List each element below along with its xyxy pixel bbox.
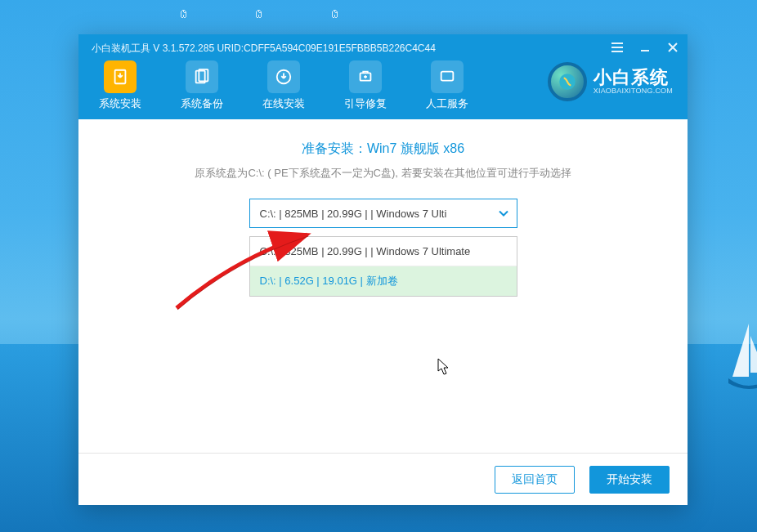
nav-label: 引导修复 <box>344 96 387 111</box>
sailboat-decoration <box>724 320 757 393</box>
menu-icon[interactable] <box>611 41 624 54</box>
repair-icon <box>356 68 374 86</box>
backup-icon <box>193 68 211 86</box>
support-icon <box>438 68 456 86</box>
page-heading: 准备安装：Win7 旗舰版 x86 <box>98 141 668 158</box>
nav-item-online[interactable]: 在线安装 <box>255 60 312 111</box>
brand-name-en: XIAOBAIXITONG.COM <box>594 87 673 96</box>
drive-select-value: C:\: | 825MB | 20.99G | | Windows 7 Ulti <box>260 208 447 220</box>
brand-logo-icon <box>548 62 587 101</box>
chevron-down-icon <box>499 208 508 220</box>
close-icon[interactable] <box>666 41 679 54</box>
drive-option-d[interactable]: D:\: | 6.52G | 19.01G | 新加卷 <box>250 266 517 296</box>
nav-item-install[interactable]: 系统安装 <box>92 60 149 111</box>
window-controls <box>611 41 679 54</box>
back-button[interactable]: 返回首页 <box>495 466 575 494</box>
nav-item-bootfix[interactable]: 引导修复 <box>337 60 394 111</box>
app-window: 小白装机工具 V 3.1.572.285 URID:CDFF5A594C09E1… <box>78 34 688 505</box>
page-subheading: 原系统盘为C:\: ( PE下系统盘不一定为C盘), 若要安装在其他位置可进行手… <box>98 166 668 181</box>
titlebar: 小白装机工具 V 3.1.572.285 URID:CDFF5A594C09E1… <box>78 34 688 119</box>
brand-name-cn: 小白系统 <box>594 68 673 87</box>
nav-label: 系统备份 <box>181 96 223 111</box>
option-label: C:\: | 825MB | 20.99G | | Windows 7 Ulti… <box>260 245 471 257</box>
drive-select-display[interactable]: C:\: | 825MB | 20.99G | | Windows 7 Ulti <box>249 199 517 228</box>
install-icon <box>111 68 129 86</box>
nav-item-support[interactable]: 人工服务 <box>419 60 476 111</box>
drive-select-dropdown: C:\: | 825MB | 20.99G | | Windows 7 Ulti… <box>249 236 517 297</box>
footer: 返回首页 开始安装 <box>78 453 688 505</box>
nav-item-backup[interactable]: 系统备份 <box>173 60 231 111</box>
drive-select: C:\: | 825MB | 20.99G | | Windows 7 Ulti… <box>249 199 517 297</box>
window-title: 小白装机工具 V 3.1.572.285 URID:CDFF5A594C09E1… <box>92 42 674 54</box>
button-label: 返回首页 <box>512 472 558 487</box>
bg-birds: 𐐘 𐐘 𐐘 <box>180 7 370 21</box>
start-install-button[interactable]: 开始安装 <box>589 466 670 494</box>
minimize-icon[interactable] <box>638 41 652 54</box>
nav-label: 人工服务 <box>426 96 468 111</box>
content-area: 准备安装：Win7 旗舰版 x86 原系统盘为C:\: ( PE下系统盘不一定为… <box>78 119 688 453</box>
button-label: 开始安装 <box>607 472 652 487</box>
brand: 小白系统 XIAOBAIXITONG.COM <box>548 62 673 101</box>
download-icon <box>275 68 293 86</box>
option-label: D:\: | 6.52G | 19.01G | 新加卷 <box>260 274 398 288</box>
drive-option-c[interactable]: C:\: | 825MB | 20.99G | | Windows 7 Ulti… <box>250 237 517 266</box>
nav-label: 在线安装 <box>262 96 305 111</box>
nav-label: 系统安装 <box>99 96 141 111</box>
